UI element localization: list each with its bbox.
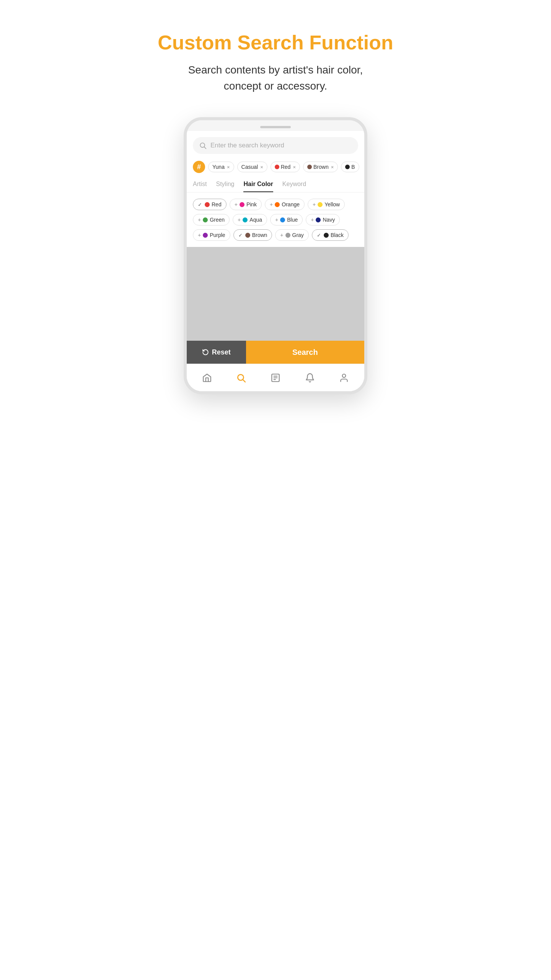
color-chip-black[interactable]: ✓ Black	[312, 229, 349, 241]
nav-item-search[interactable]	[224, 364, 259, 391]
plus-green: +	[198, 217, 201, 223]
plus-blue: +	[275, 217, 278, 223]
tag-dot-red	[275, 165, 279, 169]
color-dot-red	[205, 202, 210, 207]
color-dot-brown	[245, 233, 250, 238]
search-bar[interactable]: Enter the search keyword	[193, 137, 358, 154]
tabs-row: Artist Styling Hair Color Keyword	[187, 176, 364, 193]
check-icon-brown: ✓	[238, 232, 243, 238]
check-icon-black: ✓	[317, 232, 321, 238]
color-label-red: Red	[212, 201, 222, 207]
color-chip-green[interactable]: + Green	[193, 214, 230, 225]
reset-label: Reset	[212, 348, 231, 356]
tag-chip-red[interactable]: Red ×	[271, 162, 300, 172]
bottom-nav	[187, 364, 364, 391]
tag-label-yuna: Yuna	[212, 164, 225, 170]
search-icon	[199, 142, 207, 149]
color-chip-yellow[interactable]: + Yellow	[308, 199, 345, 210]
tag-hash: #	[193, 161, 205, 173]
profile-icon	[339, 373, 349, 383]
nav-item-notification[interactable]	[293, 364, 327, 391]
svg-point-8	[342, 374, 346, 377]
color-label-aqua: Aqua	[249, 217, 262, 223]
nav-item-home[interactable]	[190, 364, 224, 391]
bottom-buttons: Reset Search	[187, 341, 364, 364]
color-label-navy: Navy	[323, 217, 335, 223]
tag-remove-red[interactable]: ×	[293, 164, 296, 170]
notification-icon	[305, 373, 315, 383]
tag-chip-casual[interactable]: Casual ×	[237, 162, 267, 172]
phone-mockup: Enter the search keyword # Yuna × Casual…	[184, 117, 367, 394]
phone-notch-bar	[187, 120, 364, 131]
tag-chip-brown[interactable]: Brown ×	[303, 162, 338, 172]
color-label-blue: Blue	[287, 217, 298, 223]
tag-label-brown: Brown	[313, 164, 329, 170]
color-chip-gray[interactable]: + Gray	[275, 229, 309, 241]
color-chip-navy[interactable]: + Navy	[306, 214, 340, 225]
color-dot-orange	[275, 202, 280, 207]
color-label-brown: Brown	[252, 232, 267, 238]
color-chip-purple[interactable]: + Purple	[193, 229, 230, 241]
color-dot-yellow	[318, 202, 323, 207]
color-chip-pink[interactable]: + Pink	[230, 199, 262, 210]
plus-yellow: +	[313, 201, 316, 207]
tag-remove-brown[interactable]: ×	[331, 164, 334, 170]
nav-item-my[interactable]	[258, 364, 293, 391]
tab-artist[interactable]: Artist	[193, 181, 207, 192]
color-chip-red[interactable]: ✓ Red	[193, 199, 227, 210]
color-chip-orange[interactable]: + Orange	[265, 199, 305, 210]
color-row-3: + Purple ✓ Brown + Gray ✓ Black	[193, 229, 358, 241]
plus-purple: +	[198, 232, 201, 238]
plus-gray: +	[280, 232, 283, 238]
phone-notch	[260, 126, 291, 128]
plus-pink: +	[235, 201, 238, 207]
color-dot-pink	[240, 202, 245, 207]
color-label-black: Black	[331, 232, 344, 238]
tag-chip-yuna[interactable]: Yuna ×	[208, 162, 234, 172]
color-dot-aqua	[243, 217, 248, 222]
home-icon	[202, 373, 212, 383]
color-dot-purple	[203, 233, 208, 238]
color-row-2: + Green + Aqua + Blue + Navy	[193, 214, 358, 225]
plus-aqua: +	[238, 217, 241, 223]
tag-dot-black	[345, 165, 350, 169]
search-button[interactable]: Search	[246, 341, 364, 364]
color-label-pink: Pink	[246, 201, 257, 207]
reset-icon	[202, 349, 209, 356]
color-label-purple: Purple	[210, 232, 225, 238]
search-label: Search	[292, 348, 318, 357]
search-bar-container: Enter the search keyword	[187, 131, 364, 158]
color-label-gray: Gray	[292, 232, 304, 238]
color-chip-blue[interactable]: + Blue	[270, 214, 303, 225]
color-row-1: ✓ Red + Pink + Orange + Yellow	[193, 199, 358, 210]
svg-line-1	[204, 147, 206, 149]
tag-chip-black[interactable]: B	[341, 162, 359, 172]
search-nav-icon	[236, 373, 246, 383]
reset-button[interactable]: Reset	[187, 341, 246, 364]
color-chip-brown[interactable]: ✓ Brown	[233, 229, 272, 241]
svg-line-3	[243, 380, 245, 382]
color-label-yellow: Yellow	[324, 201, 340, 207]
tab-hair-color[interactable]: Hair Color	[243, 181, 273, 192]
nav-item-profile[interactable]	[327, 364, 361, 391]
check-icon-red: ✓	[198, 202, 202, 207]
plus-navy: +	[311, 217, 314, 223]
page-title: Custom Search Function	[158, 31, 393, 54]
tag-remove-casual[interactable]: ×	[260, 164, 263, 170]
color-chip-aqua[interactable]: + Aqua	[233, 214, 267, 225]
tag-remove-yuna[interactable]: ×	[227, 164, 230, 170]
color-dot-black	[324, 233, 329, 238]
tag-label-casual: Casual	[241, 164, 258, 170]
tag-dot-brown	[307, 165, 312, 169]
color-chips-area: ✓ Red + Pink + Orange + Yellow	[187, 193, 364, 247]
page-subtitle: Search contents by artist's hair color, …	[180, 62, 371, 94]
color-dot-blue	[280, 217, 285, 222]
tab-keyword[interactable]: Keyword	[282, 181, 306, 192]
color-label-green: Green	[210, 217, 225, 223]
tag-label-black-partial: B	[351, 164, 355, 170]
tags-row: # Yuna × Casual × Red × Brown × B	[187, 158, 364, 176]
plus-orange: +	[270, 201, 273, 207]
tab-styling[interactable]: Styling	[216, 181, 234, 192]
content-area	[187, 247, 364, 341]
color-label-orange: Orange	[282, 201, 300, 207]
